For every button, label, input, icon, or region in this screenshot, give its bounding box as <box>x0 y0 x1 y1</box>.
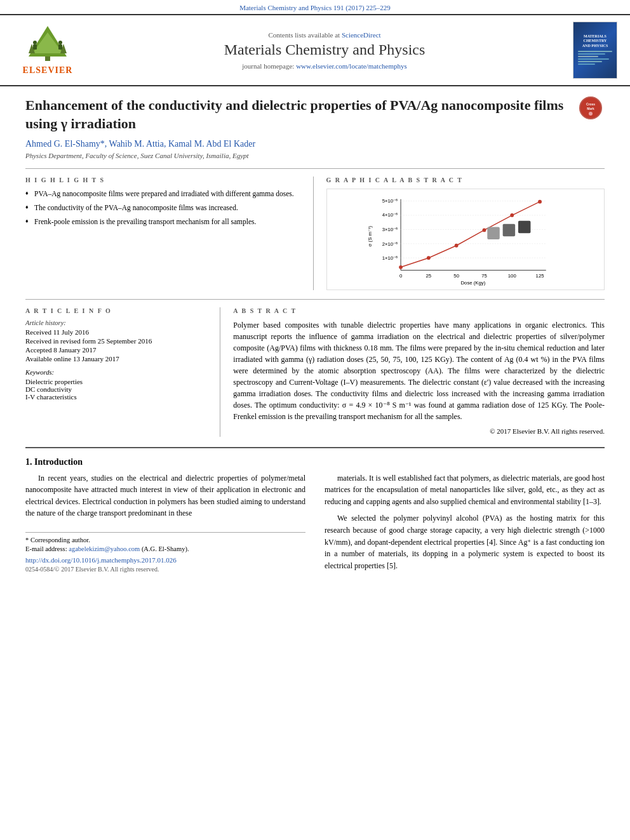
journal-homepage: journal homepage: www.elsevier.com/locat… <box>83 62 566 70</box>
journal-header: ELSEVIER Contents lists available at Sci… <box>0 15 630 86</box>
affiliation: Physics Department, Faculty of Science, … <box>25 152 605 159</box>
highlights-graphical-section: H I G H L I G H T S PVA–Ag nanocomposite… <box>25 168 605 290</box>
svg-text:σ (S m⁻¹): σ (S m⁻¹) <box>367 226 373 247</box>
highlight-item-1: PVA–Ag nanocomposite films were prepared… <box>25 189 304 199</box>
corresponding-note: * Corresponding author. <box>25 537 305 543</box>
highlight-item-3: Frenk-poole emission is the prevailing t… <box>25 217 304 227</box>
footnote-area: * Corresponding author. E-mail address: … <box>25 532 305 573</box>
available-date: Available online 13 January 2017 <box>25 355 211 363</box>
svg-text:2×10⁻⁶: 2×10⁻⁶ <box>382 241 398 247</box>
graphical-chart: 5×10⁻⁶ 4×10⁻⁶ 3×10⁻⁶ 2×10⁻⁶ 1×10⁻⁶ 0 <box>326 189 605 290</box>
svg-text:50: 50 <box>453 274 459 279</box>
abstract-column: A B S T R A C T Polymer based composites… <box>233 307 605 437</box>
highlights-column: H I G H L I G H T S PVA–Ag nanocomposite… <box>25 177 314 290</box>
svg-text:25: 25 <box>426 274 431 279</box>
svg-point-6 <box>58 41 62 44</box>
article-history-block: Article history: Received 11 July 2016 R… <box>25 319 211 363</box>
sciencedirect-link[interactable]: ScienceDirect <box>342 31 381 39</box>
journal-main-title: Materials Chemistry and Physics <box>83 41 566 58</box>
intro-col-2: materials. It is well established fact t… <box>325 472 605 577</box>
intro-body-text-1: In recent years, studies on the electric… <box>25 472 305 519</box>
svg-text:100: 100 <box>507 274 516 279</box>
crossmark-icon: Cross Mark <box>579 97 602 119</box>
svg-point-38 <box>538 200 542 204</box>
keyword-1: Dielectric properties <box>25 378 211 385</box>
journal-top-bar: Materials Chemistry and Physics 191 (201… <box>0 0 630 15</box>
authors: Ahmed G. El-Shamy*, Wahib M. Attia, Kama… <box>25 139 605 149</box>
svg-text:1×10⁻⁶: 1×10⁻⁶ <box>382 255 398 261</box>
page: Materials Chemistry and Physics 191 (201… <box>0 0 630 840</box>
keyword-2: DC conductivity <box>25 385 211 393</box>
intro-body-text-2: materials. It is well established fact t… <box>325 472 605 572</box>
svg-text:75: 75 <box>481 274 487 279</box>
intro-col-1: In recent years, studies on the electric… <box>25 472 305 577</box>
keyword-3: I-V characteristics <box>25 393 211 401</box>
highlight-item-2: The conductivity of the PVA–Ag nanocompo… <box>25 203 304 213</box>
graphical-abstract-label: G R A P H I C A L A B S T R A C T <box>326 177 605 183</box>
svg-text:Cross: Cross <box>586 102 595 106</box>
svg-rect-41 <box>518 221 530 233</box>
elsevier-brand-text: ELSEVIER <box>23 65 73 76</box>
highlights-label: H I G H L I G H T S <box>25 177 304 183</box>
journal-cover-image: MATERIALS CHEMISTRY AND PHYSICS <box>566 22 617 79</box>
article-info-column: A R T I C L E I N F O Article history: R… <box>25 307 220 437</box>
article-info-abstract-section: A R T I C L E I N F O Article history: R… <box>25 299 605 437</box>
received-date: Received 11 July 2016 <box>25 328 211 336</box>
cover-box-title: MATERIALS CHEMISTRY AND PHYSICS <box>582 34 608 48</box>
graphical-abstract-column: G R A P H I C A L A B S T R A C T 5×10⁻⁶… <box>326 177 605 290</box>
keywords-label: Keywords: <box>25 369 211 376</box>
svg-rect-39 <box>487 227 499 239</box>
copyright-text: © 2017 Elsevier B.V. All rights reserved… <box>233 426 605 437</box>
introduction-two-columns: In recent years, studies on the electric… <box>25 472 605 577</box>
article-title: Enhancement of the conductivity and diel… <box>25 97 573 133</box>
abstract-label: A B S T R A C T <box>233 307 605 314</box>
cover-box-decoration <box>578 51 612 66</box>
elsevier-tree-icon <box>22 25 73 63</box>
svg-point-5 <box>33 41 37 44</box>
journal-title-center: Contents lists available at ScienceDirec… <box>83 31 566 70</box>
svg-rect-8 <box>58 44 62 50</box>
issn-info: 0254-0584/© 2017 Elsevier B.V. All right… <box>25 566 305 573</box>
article-history-label: Article history: <box>25 319 211 326</box>
svg-text:3×10⁻⁶: 3×10⁻⁶ <box>382 227 398 233</box>
svg-text:Mark: Mark <box>587 107 594 110</box>
svg-text:4×10⁻⁶: 4×10⁻⁶ <box>382 212 398 218</box>
svg-text:Dose (Kgy): Dose (Kgy) <box>460 280 485 286</box>
email-note: E-mail address: agabelekizim@yahoo.com (… <box>25 545 305 552</box>
sciencedirect-info: Contents lists available at ScienceDirec… <box>83 31 566 39</box>
introduction-heading: 1. Introduction <box>25 457 605 467</box>
revised-label: Received in revised form 25 September 20… <box>25 337 211 345</box>
accepted-date: Accepted 8 January 2017 <box>25 346 211 354</box>
homepage-link[interactable]: www.elsevier.com/locate/matchemphys <box>296 62 407 70</box>
abstract-text: Polymer based composites with tunable di… <box>233 319 605 437</box>
email-address: agabelekizim@yahoo.com <box>69 545 140 552</box>
keywords-block: Keywords: Dielectric properties DC condu… <box>25 369 211 401</box>
cover-box: MATERIALS CHEMISTRY AND PHYSICS <box>573 22 617 79</box>
article-body: Enhancement of the conductivity and diel… <box>0 86 630 596</box>
svg-point-12 <box>589 112 593 116</box>
elsevier-logo: ELSEVIER <box>13 25 83 76</box>
svg-marker-2 <box>32 32 63 53</box>
svg-text:125: 125 <box>535 274 544 279</box>
article-info-label: A R T I C L E I N F O <box>25 307 211 314</box>
svg-text:5×10⁻⁶: 5×10⁻⁶ <box>382 198 398 204</box>
article-title-section: Enhancement of the conductivity and diel… <box>25 97 605 133</box>
journal-citation: Materials Chemistry and Physics 191 (201… <box>239 4 391 11</box>
svg-text:0: 0 <box>399 274 402 279</box>
crossmark-badge: Cross Mark <box>579 97 605 122</box>
svg-rect-7 <box>33 44 37 50</box>
svg-rect-40 <box>502 224 514 236</box>
chart-svg: 5×10⁻⁶ 4×10⁻⁶ 3×10⁻⁶ 2×10⁻⁶ 1×10⁻⁶ 0 <box>331 193 601 286</box>
introduction-section: 1. Introduction In recent years, studies… <box>25 447 605 577</box>
doi-link[interactable]: http://dx.doi.org/10.1016/j.matchemphys.… <box>25 556 305 564</box>
